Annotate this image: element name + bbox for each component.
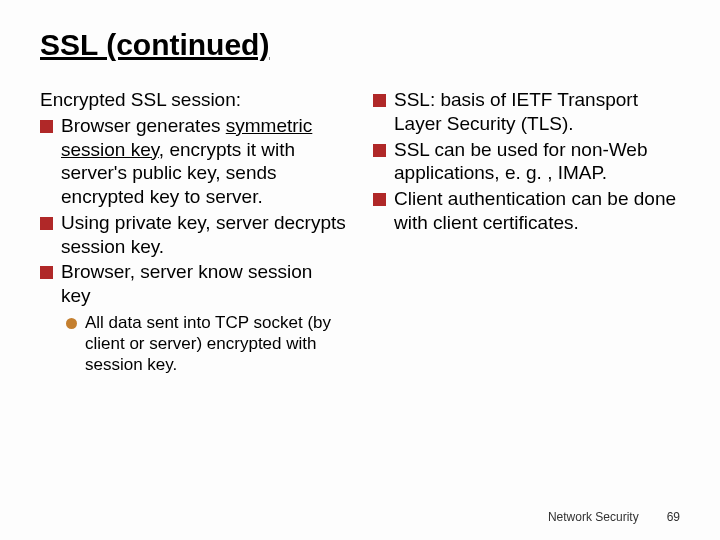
square-bullet-icon [373, 193, 386, 206]
bullet-text: Browser generates symmetric session key,… [61, 114, 347, 209]
text-fragment: Browser generates [61, 115, 226, 136]
bullet-text: SSL: basis of IETF Transport Layer Secur… [394, 88, 680, 136]
left-column: Encrypted SSL session: Browser generates… [40, 88, 347, 376]
sub-list-item: All data sent into TCP socket (by client… [66, 312, 347, 376]
footer-label: Network Security [548, 510, 639, 524]
left-subhead: Encrypted SSL session: [40, 88, 347, 112]
bullet-text: SSL can be used for non-Web applications… [394, 138, 680, 186]
bullet-text: Client authentication can be done with c… [394, 187, 680, 235]
square-bullet-icon [40, 120, 53, 133]
bullet-text: Browser, server know session key [61, 260, 347, 308]
list-item: SSL: basis of IETF Transport Layer Secur… [373, 88, 680, 136]
list-item: Using private key, server decrypts sessi… [40, 211, 347, 259]
square-bullet-icon [40, 217, 53, 230]
square-bullet-icon [373, 144, 386, 157]
page-number: 69 [667, 510, 680, 524]
square-bullet-icon [373, 94, 386, 107]
slide-title: SSL (continued) [40, 28, 680, 62]
right-column: SSL: basis of IETF Transport Layer Secur… [373, 88, 680, 376]
list-item: Client authentication can be done with c… [373, 187, 680, 235]
square-bullet-icon [40, 266, 53, 279]
list-item: Browser, server know session key [40, 260, 347, 308]
sub-bullet-text: All data sent into TCP socket (by client… [85, 312, 347, 376]
content-columns: Encrypted SSL session: Browser generates… [40, 88, 680, 376]
list-item: SSL can be used for non-Web applications… [373, 138, 680, 186]
list-item: Browser generates symmetric session key,… [40, 114, 347, 209]
circle-bullet-icon [66, 318, 77, 329]
bullet-text: Using private key, server decrypts sessi… [61, 211, 347, 259]
slide-footer: Network Security 69 [548, 510, 680, 524]
